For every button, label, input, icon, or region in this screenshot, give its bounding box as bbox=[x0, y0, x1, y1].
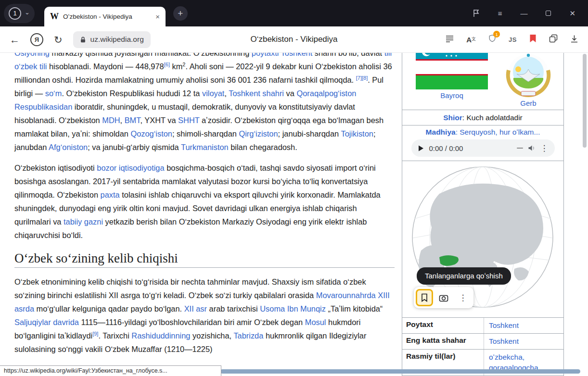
text-run: , YXHT va bbox=[140, 116, 178, 125]
text-run: markaziy qismida joylashgan mamlakat. Oʻ… bbox=[50, 53, 252, 57]
close-icon[interactable]: ✕ bbox=[569, 10, 575, 17]
text-run: va bbox=[284, 89, 296, 98]
motto-text: : Kuch adolatdadir bbox=[462, 113, 523, 122]
yandex-logo-icon[interactable]: Я bbox=[30, 33, 43, 46]
text-run: Oʻzbekiston iqtisodiyoti bbox=[14, 163, 97, 172]
maximize-icon[interactable] bbox=[546, 11, 551, 16]
anthem-title-link[interactable]: : Serquyosh, hur oʻlkam... bbox=[456, 128, 540, 136]
text-run: . Oʻzbekiston Respublikasi hududi 12 ta bbox=[62, 89, 202, 98]
text-link[interactable]: Turkmaniston bbox=[181, 143, 229, 151]
text-link[interactable]: viloyat bbox=[202, 89, 224, 98]
new-tab-button[interactable]: + bbox=[173, 6, 188, 21]
uzbekistan-emblem-image[interactable] bbox=[503, 53, 553, 98]
tabs-panel-icon[interactable] bbox=[549, 34, 558, 45]
text-run: hisoblanadi. Maydoni — 448,978 bbox=[47, 62, 164, 71]
image-action-bar: ⋮ bbox=[414, 287, 473, 308]
article-paragraph: Oʻzbek etnonimining kelib chiqishi toʻgʻ… bbox=[14, 275, 395, 356]
row-value-link[interactable]: Toshkent bbox=[484, 334, 563, 349]
text-link[interactable]: Qirgʻiziston bbox=[239, 129, 278, 138]
text-link[interactable]: Usoma Ibn Munqiz bbox=[260, 304, 326, 313]
text-link[interactable]: MDH bbox=[102, 116, 120, 125]
text-link[interactable]: bozor iqtisodiyotiga bbox=[97, 163, 164, 172]
wikipedia-favicon: W bbox=[50, 12, 59, 22]
window-controls: ≡ — ✕ bbox=[473, 9, 588, 17]
address-bar[interactable]: uz.wikipedia.org bbox=[73, 31, 151, 48]
text-link[interactable]: Mosul bbox=[305, 318, 326, 326]
text-run: . Tarixchi bbox=[98, 331, 131, 340]
motto-label-link[interactable]: Shior bbox=[443, 113, 462, 122]
bookmark-flag-icon[interactable] bbox=[529, 34, 537, 45]
tab-group-selector[interactable]: 1 ⌄ bbox=[4, 4, 35, 23]
flag-caption-link[interactable]: Bayroq bbox=[416, 91, 488, 100]
text-link[interactable]: poytaxti Toshkent bbox=[252, 53, 312, 57]
text-run: 1115—1116-yildagi yoʻlboshlovchilaridan … bbox=[79, 318, 305, 326]
row-label: Poytaxt bbox=[402, 318, 484, 333]
screenshot-button[interactable] bbox=[435, 289, 452, 306]
uzbekistan-flag-image[interactable] bbox=[416, 53, 488, 89]
anthem-row: Madhiya: Serquyosh, hur oʻlkam... 0:00 /… bbox=[402, 125, 563, 161]
audio-player[interactable]: 0:00 / 0:00 ⋮ bbox=[411, 139, 555, 157]
text-link[interactable]: Toshkent shahri bbox=[229, 89, 284, 98]
chevron-down-icon: ⌄ bbox=[25, 9, 30, 15]
text-run: , bbox=[224, 89, 229, 98]
emblem-caption-link[interactable]: Gerb bbox=[503, 99, 553, 107]
status-url-popup: https://uz.wikipedia.org/wiki/Fayl:Узбек… bbox=[0, 365, 221, 376]
dots-vertical-icon: ⋮ bbox=[459, 294, 467, 302]
browser-window: 1 ⌄ W Oʻzbekiston - Vikipediya × + ≡ — ✕… bbox=[0, 0, 588, 376]
image-more-button[interactable]: ⋮ bbox=[454, 289, 472, 306]
text-link[interactable]: SHHT bbox=[178, 116, 199, 125]
text-run: ; va janubi-gʻarbiy qismida bbox=[88, 143, 181, 151]
text-link[interactable]: Saljuqiylar davrida bbox=[14, 318, 79, 326]
browser-tab[interactable]: W Oʻzbekiston - Vikipediya × bbox=[44, 7, 166, 26]
text-link[interactable]: [7][8] bbox=[356, 75, 368, 81]
reload-icon[interactable]: ↻ bbox=[54, 35, 63, 45]
back-icon[interactable]: ← bbox=[10, 35, 20, 45]
infobox-table: Poytaxt Toshkent Eng katta shahar Toshke… bbox=[402, 317, 563, 376]
vertical-scrollbar-thumb[interactable] bbox=[583, 54, 587, 148]
text-link[interactable]: [6] bbox=[164, 62, 170, 67]
article-paragraph: Osiyoning markaziy qismida joylashgan ma… bbox=[14, 53, 395, 154]
horizontal-scrollbar-thumb[interactable] bbox=[220, 369, 580, 374]
text-run: bilan chegaradosh. bbox=[229, 143, 297, 151]
js-toggle-icon[interactable]: JS bbox=[509, 36, 517, 43]
extension-shield-icon[interactable]: 1 bbox=[488, 34, 496, 45]
download-icon[interactable] bbox=[570, 35, 578, 45]
play-icon[interactable] bbox=[418, 145, 424, 152]
table-row: Poytaxt Toshkent bbox=[402, 318, 563, 334]
seek-bar[interactable] bbox=[517, 148, 523, 149]
text-link[interactable]: XII asr bbox=[184, 304, 207, 313]
text-link[interactable]: tabiiy gazni bbox=[64, 217, 103, 226]
toolbar: ← Я ↻ uz.wikipedia.org Oʻzbekiston - Vik… bbox=[0, 26, 588, 53]
row-value-link[interactable]: Toshkent bbox=[484, 318, 563, 333]
text-run: yozishicha, bbox=[190, 331, 233, 340]
table-row: Eng katta shahar Toshkent bbox=[402, 334, 563, 350]
tab-close-icon[interactable]: × bbox=[155, 13, 160, 21]
menu-icon[interactable]: ≡ bbox=[498, 10, 502, 17]
reader-mode-icon[interactable] bbox=[446, 35, 454, 44]
url-text: uz.wikipedia.org bbox=[90, 35, 144, 44]
sidebar-flag-icon[interactable] bbox=[473, 9, 480, 17]
text-link[interactable]: [9] bbox=[92, 331, 98, 337]
article-body: Osiyoning markaziy qismida joylashgan ma… bbox=[14, 53, 395, 363]
text-link[interactable]: soʻm bbox=[45, 89, 62, 98]
volume-icon[interactable] bbox=[528, 145, 536, 151]
text-link[interactable]: Tabrizda bbox=[233, 331, 263, 340]
camera-icon bbox=[439, 294, 448, 302]
text-link[interactable]: Rashiduddinning bbox=[131, 331, 190, 340]
player-menu-icon[interactable]: ⋮ bbox=[540, 144, 549, 152]
anthem-label-link[interactable]: Madhiya bbox=[426, 128, 456, 136]
audio-time: 0:00 / 0:00 bbox=[429, 144, 463, 152]
text-run: arab tarixchisi bbox=[207, 304, 260, 313]
extension-badge: 1 bbox=[493, 31, 500, 38]
add-to-favorites-button[interactable] bbox=[416, 289, 433, 306]
text-link[interactable]: Osiyoning bbox=[14, 53, 50, 57]
text-link[interactable]: Afgʻoniston bbox=[49, 143, 88, 151]
text-link[interactable]: Tojikiston bbox=[341, 129, 373, 138]
minimize-icon[interactable]: — bbox=[520, 10, 527, 17]
text-link[interactable]: Qozogʻiston bbox=[130, 129, 172, 138]
text-link[interactable]: paxta bbox=[101, 190, 120, 199]
text-run: shahri boʻlib, davlat bbox=[312, 53, 384, 57]
text-link[interactable]: BMT bbox=[125, 116, 141, 125]
translate-icon[interactable]: A 文 bbox=[466, 36, 476, 44]
motto-row: Shior: Kuch adolatdadir bbox=[402, 110, 563, 125]
